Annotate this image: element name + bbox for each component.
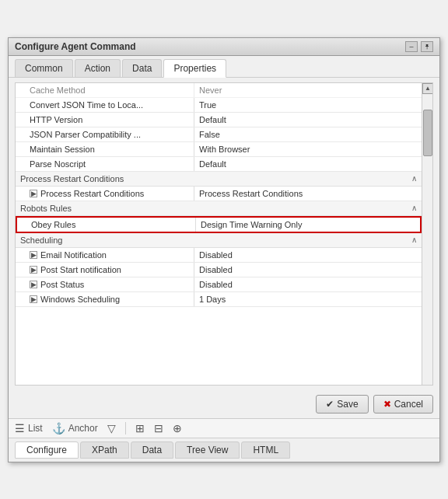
- section-scheduling[interactable]: Scheduling ∧: [16, 233, 422, 248]
- table-row[interactable]: Cache Method Never: [16, 83, 422, 98]
- prop-value: Disabled: [194, 263, 422, 277]
- dialog-buttons: ✔ Save ✖ Cancel: [9, 390, 439, 418]
- prop-name: ▶ Process Restart Conditions: [16, 187, 194, 201]
- prop-name: Convert JSON Time to Loca...: [16, 98, 194, 112]
- prop-name: Parse Noscript: [16, 157, 194, 171]
- prop-name: Obey Rules: [17, 218, 196, 232]
- bottom-tab-bar: Configure XPath Data Tree View HTML: [9, 438, 439, 462]
- table-tool[interactable]: ⊟: [154, 422, 163, 434]
- expand-icon[interactable]: ▶: [30, 266, 37, 274]
- section-process-restart[interactable]: Process Restart Conditions ∧: [16, 172, 422, 187]
- crosshair-icon: ⊕: [173, 422, 182, 434]
- table-row[interactable]: Maintain Session With Browser: [16, 142, 422, 157]
- title-bar-buttons: – 🖈: [405, 41, 433, 52]
- scrollbar[interactable]: ▲: [422, 83, 432, 385]
- prop-value: Disabled: [194, 248, 422, 262]
- prop-value: Default: [194, 157, 422, 171]
- prop-name: ▶ Post Start notification: [16, 263, 194, 277]
- prop-value: 1 Days: [194, 292, 422, 306]
- prop-value: Design Time Warning Only: [196, 218, 420, 232]
- scroll-content: Cache Method Never Convert JSON Time to …: [16, 83, 422, 385]
- bottom-tab-data[interactable]: Data: [131, 441, 173, 459]
- table-row[interactable]: HTTP Version Default: [16, 113, 422, 127]
- table-row[interactable]: ▶ Post Start notification Disabled: [16, 263, 422, 277]
- expand-icon[interactable]: ▶: [30, 251, 37, 259]
- cancel-button[interactable]: ✖ Cancel: [373, 395, 433, 414]
- prop-value: Disabled: [194, 277, 422, 291]
- table-row[interactable]: ▶ Process Restart Conditions Process Res…: [16, 187, 422, 201]
- cross-icon: ✖: [383, 399, 391, 410]
- prop-name: JSON Parser Compatibility ...: [16, 127, 194, 141]
- toolbar-separator: [125, 422, 126, 434]
- filter-icon: ▽: [107, 422, 116, 434]
- prop-value: True: [194, 98, 422, 112]
- prop-name: Maintain Session: [16, 142, 194, 156]
- prop-name: ▶ Windows Scheduling: [16, 292, 194, 306]
- bottom-tab-configure[interactable]: Configure: [15, 441, 79, 459]
- save-button[interactable]: ✔ Save: [316, 395, 368, 414]
- table-row[interactable]: Convert JSON Time to Loca... True: [16, 98, 422, 113]
- properties-panel: Cache Method Never Convert JSON Time to …: [15, 82, 433, 386]
- prop-value: Never: [194, 83, 422, 97]
- prop-value: With Browser: [194, 142, 422, 156]
- bottom-tab-xpath[interactable]: XPath: [80, 441, 129, 459]
- toolbar: ☰ List ⚓ Anchor ▽ ⊞ ⊟ ⊕: [9, 418, 439, 438]
- cancel-label: Cancel: [394, 399, 423, 410]
- title-bar: Configure Agent Command – 🖈: [9, 38, 439, 56]
- grid-icon: ⊞: [135, 422, 145, 434]
- window-title: Configure Agent Command: [15, 41, 136, 52]
- section-label: Process Restart Conditions: [20, 174, 124, 183]
- section-label: Scheduling: [20, 236, 62, 245]
- chevron-up-icon: ∧: [411, 174, 417, 183]
- table-row[interactable]: Parse Noscript Default: [16, 157, 422, 172]
- table-row[interactable]: JSON Parser Compatibility ... False: [16, 127, 422, 142]
- grid-tool[interactable]: ⊞: [135, 422, 145, 434]
- chevron-up-icon: ∧: [411, 204, 417, 212]
- tab-action[interactable]: Action: [75, 59, 121, 77]
- main-window: Configure Agent Command – 🖈 Common Actio…: [8, 37, 440, 462]
- anchor-icon: ⚓: [52, 422, 65, 434]
- table-row[interactable]: ▶ Email Notification Disabled: [16, 248, 422, 263]
- tab-data[interactable]: Data: [122, 59, 162, 77]
- list-tool[interactable]: ☰ List: [15, 422, 43, 434]
- table-row[interactable]: ▶ Post Status Disabled: [16, 277, 422, 292]
- prop-name: ▶ Email Notification: [16, 248, 194, 262]
- anchor-tool[interactable]: ⚓ Anchor: [52, 422, 98, 434]
- save-label: Save: [337, 399, 358, 410]
- prop-value: Default: [194, 113, 422, 127]
- minimize-button[interactable]: –: [405, 41, 418, 52]
- scroll-up-button[interactable]: ▲: [422, 83, 433, 94]
- scrollbar-thumb[interactable]: [423, 110, 432, 156]
- prop-name: ▶ Post Status: [16, 277, 194, 291]
- list-label: List: [28, 423, 43, 434]
- anchor-label: Anchor: [68, 423, 98, 434]
- chevron-up-icon: ∧: [411, 236, 417, 244]
- bottom-tab-treeview[interactable]: Tree View: [175, 441, 240, 459]
- table-row[interactable]: ▶ Windows Scheduling 1 Days: [16, 292, 422, 307]
- list-icon: ☰: [15, 422, 25, 434]
- crosshair-tool[interactable]: ⊕: [173, 422, 182, 434]
- expand-icon[interactable]: ▶: [30, 281, 37, 288]
- section-robots-rules[interactable]: Robots Rules ∧: [16, 201, 422, 216]
- pin-button[interactable]: 🖈: [421, 41, 433, 52]
- section-label: Robots Rules: [20, 204, 72, 213]
- table-row-highlighted[interactable]: Obey Rules Design Time Warning Only: [16, 216, 422, 233]
- prop-value: Process Restart Conditions: [194, 187, 422, 201]
- tab-common[interactable]: Common: [15, 59, 73, 77]
- checkmark-icon: ✔: [326, 399, 334, 410]
- prop-name: Cache Method: [16, 83, 194, 97]
- tab-bar: Common Action Data Properties: [9, 56, 439, 78]
- filter-tool[interactable]: ▽: [107, 422, 116, 434]
- prop-name: HTTP Version: [16, 113, 194, 127]
- tab-properties[interactable]: Properties: [163, 59, 226, 78]
- expand-icon[interactable]: ▶: [30, 295, 37, 303]
- prop-value: False: [194, 127, 422, 141]
- expand-icon[interactable]: ▶: [30, 190, 37, 197]
- bottom-tab-html[interactable]: HTML: [241, 441, 290, 459]
- table-icon: ⊟: [154, 422, 163, 434]
